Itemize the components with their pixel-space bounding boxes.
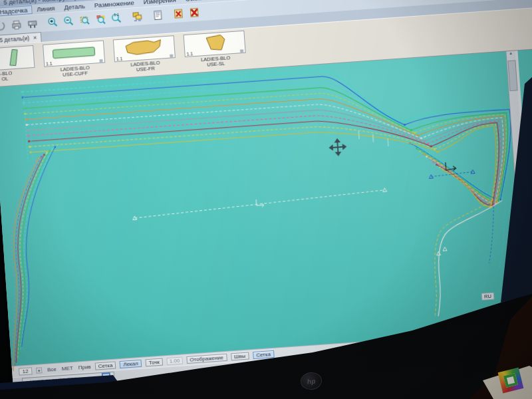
- piece-label: S-BLOOL: [0, 69, 36, 84]
- hp-logo-text: hp: [307, 377, 315, 385]
- delete-all-icon[interactable]: [187, 5, 201, 20]
- menu-item-detal[interactable]: Деталь: [59, 2, 90, 11]
- cascade-icon[interactable]: [130, 9, 144, 24]
- piece-scale: 1.1: [46, 61, 53, 66]
- piece-scale: 1.1: [116, 57, 123, 62]
- zoom-out-icon[interactable]: [61, 14, 76, 29]
- undo-icon[interactable]: [0, 19, 8, 33]
- restore-icon[interactable]: [102, 372, 111, 382]
- zoom-piece-icon[interactable]: [93, 12, 108, 27]
- zoom-window-icon[interactable]: [77, 13, 92, 27]
- piece-card-cuff[interactable]: 1.1 ▦ LADIES-BLOUSE-CUFF: [43, 41, 106, 83]
- units-icon: ▦: [99, 58, 103, 63]
- svg-text:1:1: 1:1: [114, 13, 119, 17]
- units-icon: ▦: [239, 48, 243, 53]
- delete-piece-icon[interactable]: [171, 6, 186, 21]
- zoom-in-icon[interactable]: [45, 15, 60, 30]
- piece-card-col[interactable]: S-BLOOL: [0, 45, 36, 87]
- hp-logo: hp: [300, 371, 323, 390]
- scroll-up-icon[interactable]: ▲: [509, 51, 513, 55]
- application-window: 5 деталь(и) - Конструктор а Надсечка Лин…: [0, 0, 532, 389]
- monitor-photo: 5 деталь(и) - Конструктор а Надсечка Лин…: [0, 0, 532, 399]
- rainbow-logo: [498, 368, 524, 394]
- spec-icon[interactable]: [150, 8, 165, 23]
- pattern-drawing: [0, 51, 532, 371]
- piece-scale: 1.1: [186, 51, 193, 57]
- print-icon[interactable]: [9, 17, 23, 32]
- close-icon[interactable]: ×: [33, 35, 37, 41]
- piece-card-front[interactable]: 1.1 ▦ LADIES-BLOUSE-FR: [113, 35, 177, 78]
- pattern-canvas[interactable]: ▲ ▼ RU: [0, 49, 532, 366]
- move-cursor-icon: [329, 139, 346, 156]
- scroll-down-icon[interactable]: ▼: [528, 326, 532, 330]
- language-indicator[interactable]: RU: [481, 293, 495, 301]
- piece-card-sleeve[interactable]: 1.1 ▦ LADIES-BLOUSE-SL: [184, 31, 247, 73]
- zoom-1-1-icon[interactable]: 1:1: [109, 11, 124, 25]
- units-icon: ▦: [170, 53, 174, 57]
- menu-item-liniya[interactable]: Линия: [32, 4, 60, 13]
- minimized-piece-title: LADIES-BLOUSE-FR2: [26, 376, 77, 386]
- plotter-icon[interactable]: [25, 17, 39, 31]
